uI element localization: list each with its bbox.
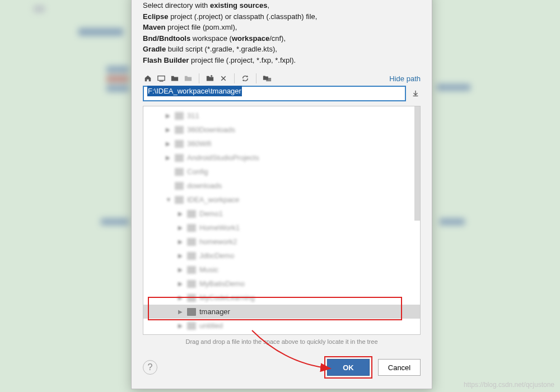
module-folder-icon[interactable] — [183, 73, 193, 83]
tree-item[interactable]: ▼IDEA_workpace — [143, 193, 420, 207]
delete-icon[interactable] — [218, 73, 228, 83]
scrollbar[interactable] — [414, 106, 420, 221]
new-folder-icon[interactable] — [205, 73, 215, 83]
cancel-button[interactable]: Cancel — [378, 359, 421, 376]
tree-item[interactable]: ▶MyBatisDemo — [143, 277, 420, 291]
refresh-icon[interactable] — [240, 73, 250, 83]
tree-item[interactable]: ▶311 — [143, 109, 420, 123]
history-dropdown-icon[interactable] — [410, 88, 421, 99]
tree-item[interactable]: ▶360Wifi — [143, 137, 420, 151]
help-icon[interactable]: ? — [143, 360, 157, 375]
svg-rect-0 — [158, 76, 165, 81]
drag-drop-hint: Drag and drop a file into the space abov… — [132, 335, 432, 352]
tree-item[interactable]: ▶HomeWork1 — [143, 221, 420, 235]
watermark: https://blog.csdn.net/qcjustone — [464, 381, 554, 389]
show-hidden-icon[interactable] — [262, 73, 272, 83]
path-row: F:\IDEA_workpace\tmanager — [132, 86, 432, 106]
import-project-dialog: Select directory with existing sources, … — [131, 0, 432, 389]
hide-path-link[interactable]: Hide path — [389, 74, 421, 83]
file-toolbar: Hide path — [132, 70, 432, 86]
instruction-text: Select directory with existing sources, … — [132, 0, 432, 70]
path-input[interactable]: F:\IDEA_workpace\tmanager — [143, 86, 406, 101]
tree-item[interactable]: Config — [143, 165, 420, 179]
tree-item[interactable]: ▶AndroidStudioProjects — [143, 151, 420, 165]
tree-item[interactable]: ▶360Downloads — [143, 123, 420, 137]
tree-item[interactable]: ▶homework2 — [143, 235, 420, 249]
tree-item[interactable]: ▶Demo1 — [143, 207, 420, 221]
directory-tree[interactable]: ▶311 ▶360Downloads ▶360Wifi ▶AndroidStud… — [143, 106, 421, 335]
tree-item-selected[interactable]: ▶tmanager — [143, 305, 420, 319]
tree-item[interactable]: ▶MyCodeLearning — [143, 291, 420, 305]
tree-item[interactable]: ▶untitled — [143, 319, 420, 333]
button-row: ? OK Cancel — [132, 352, 432, 389]
tree-item[interactable]: ▶Music — [143, 263, 420, 277]
annotation-highlight: OK — [324, 356, 372, 379]
tree-item[interactable]: downloads — [143, 179, 420, 193]
tree-item[interactable]: ▶JdbcDemo — [143, 249, 420, 263]
desktop-icon[interactable] — [156, 73, 166, 83]
project-folder-icon[interactable] — [170, 73, 180, 83]
ok-button[interactable]: OK — [327, 359, 370, 376]
home-icon[interactable] — [143, 73, 153, 83]
